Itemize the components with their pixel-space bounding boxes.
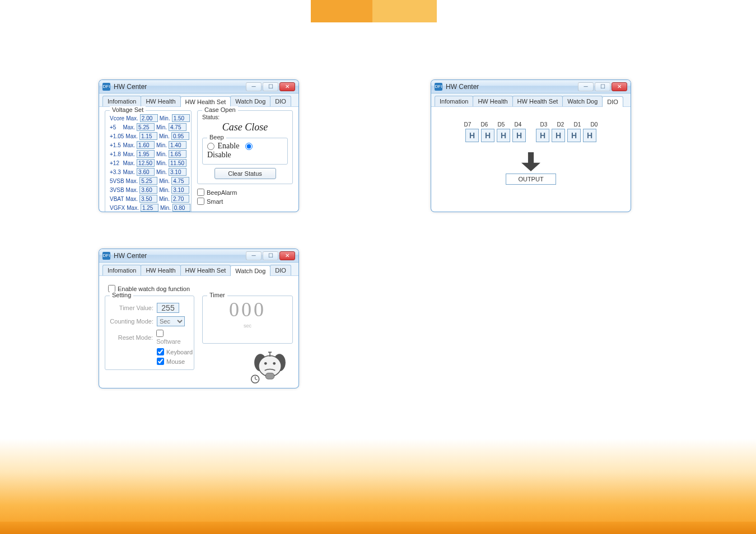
tab-hw-health[interactable]: HW Health xyxy=(473,96,512,106)
tab-watch-dog[interactable]: Watch Dog xyxy=(230,96,270,106)
dio-bit-d2[interactable]: H xyxy=(552,129,565,142)
tab-infomation[interactable]: Infomation xyxy=(435,96,473,106)
plus15-max[interactable] xyxy=(137,141,155,149)
plus12-min[interactable] xyxy=(169,159,186,167)
setting-legend: Setting xyxy=(110,292,133,298)
dio-bit-d6[interactable]: H xyxy=(481,129,494,142)
plus15-min[interactable] xyxy=(169,141,186,149)
max-label: Max. xyxy=(125,133,138,139)
minimize-button[interactable]: ─ xyxy=(246,82,262,91)
smart-checkbox[interactable] xyxy=(197,198,204,205)
window-dio: DFI HW Center ─ ☐ ✕ Infomation HW Health… xyxy=(431,80,631,212)
tab-infomation[interactable]: Infomation xyxy=(102,96,141,106)
dio-bit-d3[interactable]: H xyxy=(536,129,549,142)
setting-group: Setting Timer Value: Counting Mode: Sec … xyxy=(105,296,194,370)
3vsb-min[interactable] xyxy=(171,186,189,194)
vbat-min[interactable] xyxy=(171,195,189,203)
case-status-value: Case Close xyxy=(202,120,288,135)
plus33-max[interactable] xyxy=(137,168,155,176)
beepalarm-checkbox[interactable] xyxy=(197,189,204,196)
plus5-max[interactable] xyxy=(137,123,155,131)
plus5-min[interactable] xyxy=(169,123,186,131)
tabstrip: Infomation HW Health HW Health Set Watch… xyxy=(99,93,298,107)
maximize-button[interactable]: ☐ xyxy=(263,251,278,260)
plus105-max[interactable] xyxy=(139,132,157,140)
dio-bit-d1[interactable]: H xyxy=(567,129,581,142)
maximize-button[interactable]: ☐ xyxy=(595,82,610,91)
dio-bit-d4[interactable]: H xyxy=(512,129,526,142)
min-label: Min. xyxy=(156,142,167,148)
vcore-min[interactable] xyxy=(172,114,190,122)
counting-mode-select[interactable]: Sec xyxy=(157,316,185,326)
window-title: HW Center xyxy=(114,83,147,91)
plus12-max[interactable] xyxy=(137,159,155,167)
5vsb-max[interactable] xyxy=(139,177,157,185)
dio-bit-d5[interactable]: H xyxy=(497,129,510,142)
beep-enable-radio[interactable]: Enable xyxy=(207,142,239,150)
tab-hw-health-set[interactable]: HW Health Set xyxy=(180,96,231,107)
plus33-min[interactable] xyxy=(169,168,186,176)
titlebar[interactable]: DFI HW Center ─ ☐ ✕ xyxy=(99,249,298,263)
tab-hw-health-set[interactable]: HW Health Set xyxy=(180,265,231,275)
plus105-min[interactable] xyxy=(171,132,189,140)
reset-keyboard-checkbox[interactable]: Keyboard xyxy=(157,348,189,355)
max-label: Max. xyxy=(123,151,135,157)
dio-label: D0 xyxy=(587,121,601,128)
window-title: HW Center xyxy=(446,83,479,91)
reset-mouse-label: Mouse xyxy=(166,358,185,365)
maximize-button[interactable]: ☐ xyxy=(263,82,278,91)
output-box: OUTPUT xyxy=(506,174,556,185)
tab-dio[interactable]: DIO xyxy=(270,96,291,106)
tab-watch-dog[interactable]: Watch Dog xyxy=(230,265,270,276)
dio-bit-d7[interactable]: H xyxy=(465,129,479,142)
timer-value-input[interactable] xyxy=(157,303,179,313)
dio-label: D7 xyxy=(461,121,474,128)
max-label: Max. xyxy=(123,124,135,130)
plus18-min[interactable] xyxy=(169,150,186,158)
close-button[interactable]: ✕ xyxy=(612,82,627,91)
min-label: Min. xyxy=(160,115,170,121)
vgfx-min[interactable] xyxy=(172,204,190,212)
max-label: Max. xyxy=(125,196,138,202)
reset-mouse-checkbox[interactable]: Mouse xyxy=(157,358,189,365)
minimize-button[interactable]: ─ xyxy=(246,251,262,260)
tab-hw-health[interactable]: HW Health xyxy=(141,265,180,275)
plus18-max[interactable] xyxy=(137,150,155,158)
reset-software-checkbox[interactable]: Software xyxy=(156,330,189,345)
clear-status-button[interactable]: Clear Status xyxy=(214,168,276,179)
app-icon: DFI xyxy=(435,83,442,91)
5vsb-min[interactable] xyxy=(171,177,189,185)
tab-watch-dog[interactable]: Watch Dog xyxy=(562,96,603,106)
titlebar[interactable]: DFI HW Center ─ ☐ ✕ xyxy=(99,80,298,93)
timer-legend: Timer xyxy=(207,292,227,298)
smart-label: Smart xyxy=(207,198,223,205)
dio-bit-d0[interactable]: H xyxy=(583,129,596,142)
min-label: Min. xyxy=(156,151,167,157)
titlebar[interactable]: DFI HW Center ─ ☐ ✕ xyxy=(431,80,631,93)
min-label: Min. xyxy=(159,196,170,202)
app-icon: DFI xyxy=(102,252,110,260)
3vsb-max[interactable] xyxy=(139,186,157,194)
timer-unit: sec xyxy=(207,323,288,329)
tabstrip: Infomation HW Health HW Health Set Watch… xyxy=(431,93,631,107)
tab-dio[interactable]: DIO xyxy=(270,265,291,275)
minimize-button[interactable]: ─ xyxy=(578,82,594,91)
max-label: Max. xyxy=(123,169,135,175)
close-button[interactable]: ✕ xyxy=(279,251,295,260)
close-button[interactable]: ✕ xyxy=(279,82,295,91)
timer-value-label: Timer Value: xyxy=(110,305,153,311)
tab-dio[interactable]: DIO xyxy=(602,96,623,107)
max-label: Max. xyxy=(127,205,139,211)
row-label: Vcore xyxy=(110,115,124,121)
vcore-max[interactable] xyxy=(140,114,158,122)
min-label: Min. xyxy=(159,133,170,139)
vgfx-max[interactable] xyxy=(141,204,158,212)
tab-hw-health[interactable]: HW Health xyxy=(141,96,180,106)
svg-rect-5 xyxy=(265,373,274,379)
max-label: Max. xyxy=(126,187,138,193)
vbat-max[interactable] xyxy=(139,195,157,203)
max-label: Max. xyxy=(126,178,138,184)
tab-infomation[interactable]: Infomation xyxy=(102,265,141,275)
tab-hw-health-set[interactable]: HW Health Set xyxy=(512,96,563,106)
row-label: 5VSB xyxy=(110,178,124,184)
